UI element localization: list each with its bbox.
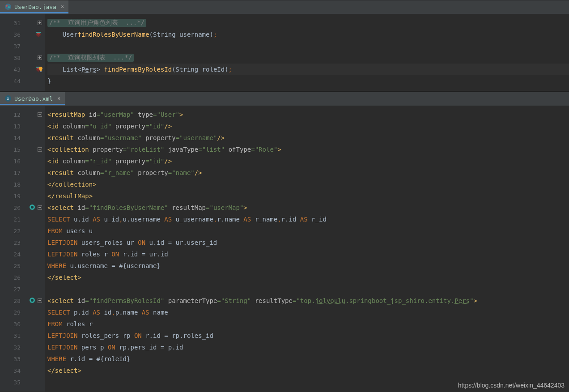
editor-pane-java: UserDao.java × 31 36 37 38 43 44 /** 查询用… [0,0,569,92]
return-type: User [63,31,78,38]
close-icon[interactable]: × [61,4,64,10]
editor-pane-xml: x UserDao.xml × 12 13 14 15 16 17 18 19 … [0,92,569,392]
intention-bulb-icon[interactable] [38,66,44,72]
line-number: 31 [11,20,21,26]
java-file-icon [4,3,12,10]
xml-file-icon: x [4,95,12,102]
code-java[interactable]: /** 查询用户角色列表 ...*/ User findRolesByUserN… [45,14,569,91]
gutter-java: 31 36 37 38 43 44 [0,14,45,91]
code-xml[interactable]: <resultMap id="userMap" type="User"> <id… [45,106,569,392]
svg-rect-5 [36,32,41,33]
svg-point-0 [5,4,11,10]
gutter-xml: 12 13 14 15 16 17 18 19 20 21 22 23 24 2… [0,106,45,392]
fold-icon[interactable] [38,205,42,210]
mapper-icon[interactable] [29,297,36,305]
fold-icon[interactable] [38,298,42,303]
tab-bar-bottom: x UserDao.xml × [0,92,569,106]
return-type: List< [63,66,81,73]
svg-rect-9 [40,71,42,72]
close-icon[interactable]: × [57,95,60,102]
svg-point-1 [6,5,8,7]
tab-userdao-xml[interactable]: x UserDao.xml × [0,92,65,106]
mapper-icon[interactable] [29,204,36,212]
breakpoint-icon[interactable] [35,30,42,39]
code-area-java[interactable]: 31 36 37 38 43 44 /** 查询用户角色列表 ...*/ Use… [0,14,569,91]
tab-label: UserDao.java [14,4,56,10]
line-number: 43 [11,66,21,73]
line-number: 44 [11,78,21,85]
method-name: findPermsByRolesId [104,66,172,73]
generic-type: Pers [81,66,97,73]
fold-icon[interactable] [38,112,42,117]
closing-brace: } [47,77,51,85]
tab-bar-top: UserDao.java × [0,0,569,14]
watermark: https://blog.csdn.net/weixin_44642403 [458,382,565,389]
method-params: (String roleId) [172,66,228,73]
javadoc-folded[interactable]: /** 查询权限列表 ...*/ [47,54,134,62]
svg-point-13 [31,206,34,209]
line-number: 36 [11,31,21,38]
line-number: 38 [11,55,21,61]
javadoc-folded[interactable]: /** 查询用户角色列表 ...*/ [47,19,146,27]
fold-icon[interactable] [38,55,42,60]
code-area-xml[interactable]: 12 13 14 15 16 17 18 19 20 21 22 23 24 2… [0,106,569,392]
fold-icon[interactable] [38,21,42,25]
line-number: 37 [11,43,21,50]
method-name: findRolesByUserName [77,31,149,38]
svg-point-15 [31,299,34,302]
fold-icon[interactable] [38,147,42,152]
method-params: (String username) [149,31,213,38]
svg-text:x: x [7,97,9,101]
svg-point-2 [8,6,10,8]
tab-userdao-java[interactable]: UserDao.java × [0,0,68,14]
tab-label: UserDao.xml [14,95,53,102]
